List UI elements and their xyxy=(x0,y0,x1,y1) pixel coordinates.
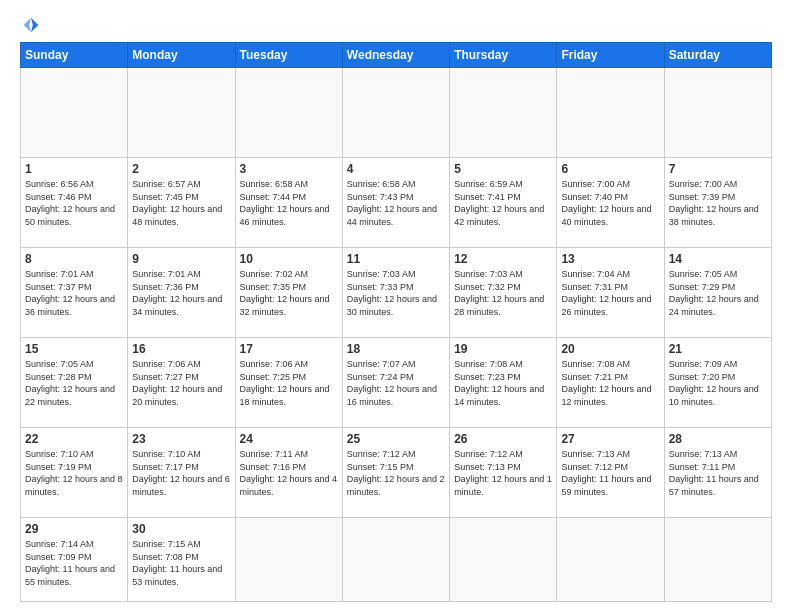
table-row: 24Sunrise: 7:11 AMSunset: 7:16 PMDayligh… xyxy=(235,428,342,518)
col-wednesday: Wednesday xyxy=(342,43,449,68)
day-number: 8 xyxy=(25,252,123,266)
cell-daylight-info: Sunrise: 7:08 AMSunset: 7:23 PMDaylight:… xyxy=(454,358,552,408)
table-row: 6Sunrise: 7:00 AMSunset: 7:40 PMDaylight… xyxy=(557,158,664,248)
cell-daylight-info: Sunrise: 6:56 AMSunset: 7:46 PMDaylight:… xyxy=(25,178,123,228)
table-row xyxy=(557,518,664,602)
table-row: 13Sunrise: 7:04 AMSunset: 7:31 PMDayligh… xyxy=(557,248,664,338)
day-number: 16 xyxy=(132,342,230,356)
day-number: 24 xyxy=(240,432,338,446)
day-number: 6 xyxy=(561,162,659,176)
header xyxy=(20,16,772,34)
day-number: 18 xyxy=(347,342,445,356)
day-number: 14 xyxy=(669,252,767,266)
col-monday: Monday xyxy=(128,43,235,68)
cell-daylight-info: Sunrise: 7:07 AMSunset: 7:24 PMDaylight:… xyxy=(347,358,445,408)
table-row: 1Sunrise: 6:56 AMSunset: 7:46 PMDaylight… xyxy=(21,158,128,248)
day-number: 26 xyxy=(454,432,552,446)
cell-daylight-info: Sunrise: 7:10 AMSunset: 7:19 PMDaylight:… xyxy=(25,448,123,498)
day-number: 25 xyxy=(347,432,445,446)
table-row: 8Sunrise: 7:01 AMSunset: 7:37 PMDaylight… xyxy=(21,248,128,338)
cell-daylight-info: Sunrise: 7:06 AMSunset: 7:25 PMDaylight:… xyxy=(240,358,338,408)
table-row: 3Sunrise: 6:58 AMSunset: 7:44 PMDaylight… xyxy=(235,158,342,248)
cell-daylight-info: Sunrise: 7:13 AMSunset: 7:12 PMDaylight:… xyxy=(561,448,659,498)
table-row: 29Sunrise: 7:14 AMSunset: 7:09 PMDayligh… xyxy=(21,518,128,602)
table-row: 30Sunrise: 7:15 AMSunset: 7:08 PMDayligh… xyxy=(128,518,235,602)
table-row xyxy=(450,518,557,602)
table-row: 14Sunrise: 7:05 AMSunset: 7:29 PMDayligh… xyxy=(664,248,771,338)
table-row: 9Sunrise: 7:01 AMSunset: 7:36 PMDaylight… xyxy=(128,248,235,338)
table-row: 27Sunrise: 7:13 AMSunset: 7:12 PMDayligh… xyxy=(557,428,664,518)
day-number: 30 xyxy=(132,522,230,536)
cell-daylight-info: Sunrise: 7:02 AMSunset: 7:35 PMDaylight:… xyxy=(240,268,338,318)
cell-daylight-info: Sunrise: 7:01 AMSunset: 7:37 PMDaylight:… xyxy=(25,268,123,318)
col-tuesday: Tuesday xyxy=(235,43,342,68)
cell-daylight-info: Sunrise: 7:01 AMSunset: 7:36 PMDaylight:… xyxy=(132,268,230,318)
table-row: 20Sunrise: 7:08 AMSunset: 7:21 PMDayligh… xyxy=(557,338,664,428)
day-number: 19 xyxy=(454,342,552,356)
day-number: 2 xyxy=(132,162,230,176)
day-number: 27 xyxy=(561,432,659,446)
table-row: 5Sunrise: 6:59 AMSunset: 7:41 PMDaylight… xyxy=(450,158,557,248)
cell-daylight-info: Sunrise: 7:06 AMSunset: 7:27 PMDaylight:… xyxy=(132,358,230,408)
col-friday: Friday xyxy=(557,43,664,68)
table-row xyxy=(235,518,342,602)
table-row: 16Sunrise: 7:06 AMSunset: 7:27 PMDayligh… xyxy=(128,338,235,428)
cell-daylight-info: Sunrise: 7:12 AMSunset: 7:15 PMDaylight:… xyxy=(347,448,445,498)
calendar-table: Sunday Monday Tuesday Wednesday Thursday… xyxy=(20,42,772,602)
table-row: 4Sunrise: 6:58 AMSunset: 7:43 PMDaylight… xyxy=(342,158,449,248)
cell-daylight-info: Sunrise: 7:03 AMSunset: 7:32 PMDaylight:… xyxy=(454,268,552,318)
cell-daylight-info: Sunrise: 6:57 AMSunset: 7:45 PMDaylight:… xyxy=(132,178,230,228)
table-row xyxy=(235,68,342,158)
day-number: 10 xyxy=(240,252,338,266)
table-row xyxy=(664,518,771,602)
cell-daylight-info: Sunrise: 7:11 AMSunset: 7:16 PMDaylight:… xyxy=(240,448,338,498)
day-number: 11 xyxy=(347,252,445,266)
cell-daylight-info: Sunrise: 7:09 AMSunset: 7:20 PMDaylight:… xyxy=(669,358,767,408)
cell-daylight-info: Sunrise: 7:04 AMSunset: 7:31 PMDaylight:… xyxy=(561,268,659,318)
cell-daylight-info: Sunrise: 7:15 AMSunset: 7:08 PMDaylight:… xyxy=(132,538,230,588)
day-number: 15 xyxy=(25,342,123,356)
day-number: 17 xyxy=(240,342,338,356)
logo-icon xyxy=(22,16,40,34)
table-row: 26Sunrise: 7:12 AMSunset: 7:13 PMDayligh… xyxy=(450,428,557,518)
day-number: 1 xyxy=(25,162,123,176)
day-number: 4 xyxy=(347,162,445,176)
table-row xyxy=(21,68,128,158)
table-row: 23Sunrise: 7:10 AMSunset: 7:17 PMDayligh… xyxy=(128,428,235,518)
day-number: 5 xyxy=(454,162,552,176)
svg-marker-1 xyxy=(24,18,31,32)
table-row: 22Sunrise: 7:10 AMSunset: 7:19 PMDayligh… xyxy=(21,428,128,518)
table-row xyxy=(342,68,449,158)
table-row xyxy=(128,68,235,158)
cell-daylight-info: Sunrise: 7:10 AMSunset: 7:17 PMDaylight:… xyxy=(132,448,230,498)
cell-daylight-info: Sunrise: 7:14 AMSunset: 7:09 PMDaylight:… xyxy=(25,538,123,588)
table-row xyxy=(450,68,557,158)
day-number: 20 xyxy=(561,342,659,356)
table-row: 25Sunrise: 7:12 AMSunset: 7:15 PMDayligh… xyxy=(342,428,449,518)
table-row: 11Sunrise: 7:03 AMSunset: 7:33 PMDayligh… xyxy=(342,248,449,338)
page: Sunday Monday Tuesday Wednesday Thursday… xyxy=(0,0,792,612)
table-row: 7Sunrise: 7:00 AMSunset: 7:39 PMDaylight… xyxy=(664,158,771,248)
day-number: 7 xyxy=(669,162,767,176)
cell-daylight-info: Sunrise: 7:13 AMSunset: 7:11 PMDaylight:… xyxy=(669,448,767,498)
day-number: 3 xyxy=(240,162,338,176)
day-number: 28 xyxy=(669,432,767,446)
table-row xyxy=(664,68,771,158)
day-number: 13 xyxy=(561,252,659,266)
cell-daylight-info: Sunrise: 7:03 AMSunset: 7:33 PMDaylight:… xyxy=(347,268,445,318)
cell-daylight-info: Sunrise: 6:58 AMSunset: 7:44 PMDaylight:… xyxy=(240,178,338,228)
day-number: 21 xyxy=(669,342,767,356)
cell-daylight-info: Sunrise: 7:08 AMSunset: 7:21 PMDaylight:… xyxy=(561,358,659,408)
table-row: 12Sunrise: 7:03 AMSunset: 7:32 PMDayligh… xyxy=(450,248,557,338)
day-number: 9 xyxy=(132,252,230,266)
table-row: 19Sunrise: 7:08 AMSunset: 7:23 PMDayligh… xyxy=(450,338,557,428)
table-row: 2Sunrise: 6:57 AMSunset: 7:45 PMDaylight… xyxy=(128,158,235,248)
col-thursday: Thursday xyxy=(450,43,557,68)
table-row: 28Sunrise: 7:13 AMSunset: 7:11 PMDayligh… xyxy=(664,428,771,518)
day-number: 12 xyxy=(454,252,552,266)
col-sunday: Sunday xyxy=(21,43,128,68)
table-row: 18Sunrise: 7:07 AMSunset: 7:24 PMDayligh… xyxy=(342,338,449,428)
cell-daylight-info: Sunrise: 7:05 AMSunset: 7:29 PMDaylight:… xyxy=(669,268,767,318)
table-row xyxy=(557,68,664,158)
svg-marker-0 xyxy=(31,18,38,32)
